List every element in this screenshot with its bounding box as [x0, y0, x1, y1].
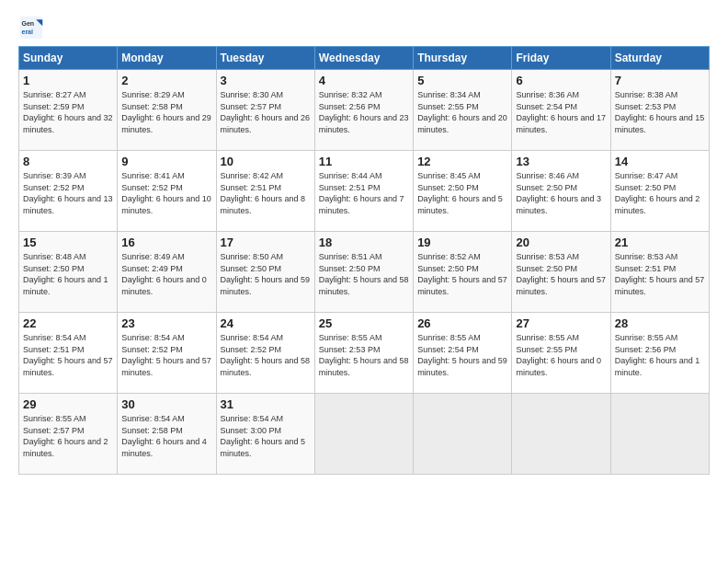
day-number: 18: [319, 236, 409, 249]
day-cell: 14 Sunrise: 8:47 AMSunset: 2:50 PMDaylig…: [610, 151, 709, 232]
day-cell: [414, 394, 512, 475]
day-number: 5: [417, 74, 507, 87]
day-cell: 30 Sunrise: 8:54 AMSunset: 2:58 PMDaylig…: [118, 394, 216, 475]
day-cell: 1 Sunrise: 8:27 AMSunset: 2:59 PMDayligh…: [19, 70, 118, 151]
day-number: 30: [121, 397, 211, 411]
day-number: 19: [417, 236, 507, 249]
day-cell: [314, 394, 413, 475]
day-number: 13: [516, 155, 606, 168]
day-cell: 8 Sunrise: 8:39 AMSunset: 2:52 PMDayligh…: [19, 151, 118, 232]
day-number: 25: [319, 316, 409, 330]
day-info: Sunrise: 8:55 AMSunset: 2:56 PMDaylight:…: [615, 332, 705, 378]
day-number: 3: [221, 74, 311, 87]
logo: Gen eral: [18, 15, 48, 40]
day-number: 10: [221, 155, 311, 168]
day-header-thursday: Thursday: [414, 47, 512, 70]
day-cell: 28 Sunrise: 8:55 AMSunset: 2:56 PMDaylig…: [610, 313, 709, 394]
day-number: 27: [516, 316, 606, 330]
day-cell: 16 Sunrise: 8:49 AMSunset: 2:49 PMDaylig…: [118, 232, 216, 313]
day-number: 31: [221, 397, 311, 411]
week-row-5: 29 Sunrise: 8:55 AMSunset: 2:57 PMDaylig…: [19, 394, 710, 475]
week-row-1: 1 Sunrise: 8:27 AMSunset: 2:59 PMDayligh…: [19, 70, 710, 151]
day-number: 12: [417, 155, 507, 168]
day-cell: 7 Sunrise: 8:38 AMSunset: 2:53 PMDayligh…: [610, 70, 709, 151]
day-number: 29: [23, 397, 113, 411]
day-info: Sunrise: 8:32 AMSunset: 2:56 PMDaylight:…: [319, 89, 409, 135]
day-header-wednesday: Wednesday: [314, 47, 413, 70]
day-number: 23: [121, 316, 211, 330]
day-info: Sunrise: 8:30 AMSunset: 2:57 PMDaylight:…: [221, 89, 311, 135]
day-number: 17: [221, 236, 311, 249]
day-cell: 26 Sunrise: 8:55 AMSunset: 2:54 PMDaylig…: [414, 313, 512, 394]
svg-text:eral: eral: [22, 29, 34, 35]
day-info: Sunrise: 8:54 AMSunset: 2:52 PMDaylight:…: [121, 332, 211, 378]
day-cell: 11 Sunrise: 8:44 AMSunset: 2:51 PMDaylig…: [314, 151, 413, 232]
day-info: Sunrise: 8:55 AMSunset: 2:55 PMDaylight:…: [516, 332, 606, 378]
day-info: Sunrise: 8:55 AMSunset: 2:53 PMDaylight:…: [319, 332, 409, 378]
day-info: Sunrise: 8:36 AMSunset: 2:54 PMDaylight:…: [516, 89, 606, 135]
day-info: Sunrise: 8:27 AMSunset: 2:59 PMDaylight:…: [23, 89, 113, 135]
day-info: Sunrise: 8:42 AMSunset: 2:51 PMDaylight:…: [221, 170, 311, 216]
day-cell: 13 Sunrise: 8:46 AMSunset: 2:50 PMDaylig…: [512, 151, 610, 232]
logo-icon: Gen eral: [18, 15, 44, 40]
day-cell: 17 Sunrise: 8:50 AMSunset: 2:50 PMDaylig…: [216, 232, 314, 313]
week-row-2: 8 Sunrise: 8:39 AMSunset: 2:52 PMDayligh…: [19, 151, 710, 232]
day-number: 2: [121, 74, 211, 87]
day-number: 26: [417, 316, 507, 330]
day-number: 20: [516, 236, 606, 249]
day-cell: 31 Sunrise: 8:54 AMSunset: 3:00 PMDaylig…: [216, 394, 314, 475]
day-info: Sunrise: 8:54 AMSunset: 2:58 PMDaylight:…: [121, 413, 211, 459]
day-number: 22: [23, 316, 113, 330]
day-cell: 15 Sunrise: 8:48 AMSunset: 2:50 PMDaylig…: [19, 232, 118, 313]
day-cell: 23 Sunrise: 8:54 AMSunset: 2:52 PMDaylig…: [118, 313, 216, 394]
day-info: Sunrise: 8:29 AMSunset: 2:58 PMDaylight:…: [121, 89, 211, 135]
day-number: 28: [615, 316, 705, 330]
day-header-monday: Monday: [118, 47, 216, 70]
day-cell: 3 Sunrise: 8:30 AMSunset: 2:57 PMDayligh…: [216, 70, 314, 151]
day-cell: 9 Sunrise: 8:41 AMSunset: 2:52 PMDayligh…: [118, 151, 216, 232]
calendar-header-row: SundayMondayTuesdayWednesdayThursdayFrid…: [19, 47, 710, 70]
day-header-tuesday: Tuesday: [216, 47, 314, 70]
day-info: Sunrise: 8:55 AMSunset: 2:54 PMDaylight:…: [417, 332, 507, 378]
day-header-friday: Friday: [512, 47, 610, 70]
day-cell: 21 Sunrise: 8:53 AMSunset: 2:51 PMDaylig…: [610, 232, 709, 313]
day-info: Sunrise: 8:54 AMSunset: 2:51 PMDaylight:…: [23, 332, 113, 378]
day-number: 24: [221, 316, 311, 330]
day-info: Sunrise: 8:49 AMSunset: 2:49 PMDaylight:…: [121, 251, 211, 297]
day-info: Sunrise: 8:50 AMSunset: 2:50 PMDaylight:…: [221, 251, 311, 297]
day-info: Sunrise: 8:53 AMSunset: 2:51 PMDaylight:…: [615, 251, 705, 297]
day-cell: 12 Sunrise: 8:45 AMSunset: 2:50 PMDaylig…: [414, 151, 512, 232]
day-cell: 10 Sunrise: 8:42 AMSunset: 2:51 PMDaylig…: [216, 151, 314, 232]
day-number: 11: [319, 155, 409, 168]
day-cell: 6 Sunrise: 8:36 AMSunset: 2:54 PMDayligh…: [512, 70, 610, 151]
day-cell: 19 Sunrise: 8:52 AMSunset: 2:50 PMDaylig…: [414, 232, 512, 313]
day-number: 15: [23, 236, 113, 249]
day-number: 21: [615, 236, 705, 249]
day-number: 4: [319, 74, 409, 87]
day-header-saturday: Saturday: [610, 47, 709, 70]
day-cell: [610, 394, 709, 475]
page-container: Gen eral SundayMondayTuesdayWednesdayThu…: [0, 0, 728, 484]
day-info: Sunrise: 8:51 AMSunset: 2:50 PMDaylight:…: [319, 251, 409, 297]
day-cell: 2 Sunrise: 8:29 AMSunset: 2:58 PMDayligh…: [118, 70, 216, 151]
day-cell: 5 Sunrise: 8:34 AMSunset: 2:55 PMDayligh…: [414, 70, 512, 151]
day-cell: 20 Sunrise: 8:53 AMSunset: 2:50 PMDaylig…: [512, 232, 610, 313]
day-cell: 25 Sunrise: 8:55 AMSunset: 2:53 PMDaylig…: [314, 313, 413, 394]
day-number: 6: [516, 74, 606, 87]
day-info: Sunrise: 8:48 AMSunset: 2:50 PMDaylight:…: [23, 251, 113, 297]
day-number: 14: [615, 155, 705, 168]
day-cell: 18 Sunrise: 8:51 AMSunset: 2:50 PMDaylig…: [314, 232, 413, 313]
day-info: Sunrise: 8:46 AMSunset: 2:50 PMDaylight:…: [516, 170, 606, 216]
day-info: Sunrise: 8:41 AMSunset: 2:52 PMDaylight:…: [121, 170, 211, 216]
day-header-sunday: Sunday: [19, 47, 118, 70]
day-info: Sunrise: 8:38 AMSunset: 2:53 PMDaylight:…: [615, 89, 705, 135]
day-cell: 4 Sunrise: 8:32 AMSunset: 2:56 PMDayligh…: [314, 70, 413, 151]
day-number: 7: [615, 74, 705, 87]
day-cell: 22 Sunrise: 8:54 AMSunset: 2:51 PMDaylig…: [19, 313, 118, 394]
day-number: 8: [23, 155, 113, 168]
day-info: Sunrise: 8:55 AMSunset: 2:57 PMDaylight:…: [23, 413, 113, 459]
day-info: Sunrise: 8:54 AMSunset: 3:00 PMDaylight:…: [221, 413, 311, 459]
day-info: Sunrise: 8:47 AMSunset: 2:50 PMDaylight:…: [615, 170, 705, 216]
day-info: Sunrise: 8:54 AMSunset: 2:52 PMDaylight:…: [221, 332, 311, 378]
day-info: Sunrise: 8:44 AMSunset: 2:51 PMDaylight:…: [319, 170, 409, 216]
